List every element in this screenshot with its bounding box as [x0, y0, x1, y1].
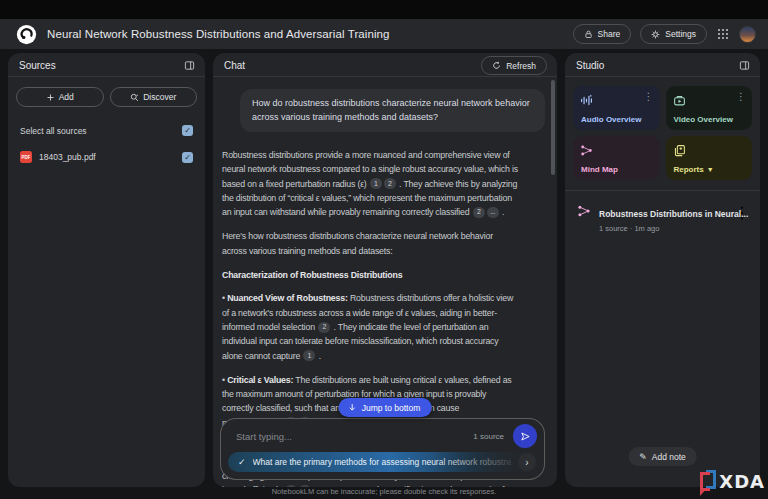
audio-card-menu-button[interactable]: ⋮	[644, 91, 654, 102]
user-question-bubble: How do robustness distributions characte…	[240, 89, 545, 132]
answer-paragraph: Robustness distributions provide a more …	[222, 148, 518, 219]
suggested-question-text: What are the primary methods for assessi…	[253, 457, 511, 467]
arrow-down-icon	[348, 403, 357, 412]
studio-item-menu-button[interactable]: ⋮	[734, 203, 750, 222]
answer-heading: Characterization of Robustness Distribut…	[222, 268, 518, 282]
app-header: Neural Network Robustness Distributions …	[0, 19, 768, 49]
sources-title: Sources	[19, 60, 56, 71]
select-all-sources-row: Select all sources ✓	[20, 125, 193, 136]
citation-chip[interactable]: 2	[384, 178, 396, 189]
sources-actions: Add Discover	[16, 87, 197, 107]
studio-card-grid: ⋮ Audio Overview ⋮ Video Overview Mind M…	[573, 86, 752, 180]
studio-item-title: Robustness Distributions in Neural...	[599, 209, 748, 219]
discover-label: Discover	[143, 92, 176, 102]
apps-grid-button[interactable]	[716, 27, 730, 41]
plus-icon	[46, 93, 55, 102]
studio-item-text: Robustness Distributions in Neural... 1 …	[599, 203, 734, 233]
chat-input-container: Start typing... 1 source ✓ What are the …	[220, 418, 545, 480]
answer-paragraph: Here's how robustness distributions char…	[222, 229, 518, 258]
studio-item-meta: 1 source · 1m ago	[599, 224, 734, 233]
reports-icon	[673, 144, 686, 157]
discover-sources-button[interactable]: Discover	[110, 87, 198, 107]
refresh-chat-button[interactable]: Refresh	[481, 56, 547, 75]
answer-bullet: • Nuanced View of Robustness: Robustness…	[222, 291, 518, 362]
suggested-question-chip[interactable]: ✓ What are the primary methods for asses…	[228, 452, 537, 472]
send-icon	[520, 431, 531, 442]
add-note-button[interactable]: ✎ Add note	[628, 447, 697, 466]
answer-bold-text: Critical ε Values:	[227, 375, 293, 385]
chat-panel: Chat Refresh How do robustness distribut…	[213, 53, 557, 487]
settings-label: Settings	[665, 29, 696, 39]
citation-chip[interactable]: 1	[303, 350, 315, 361]
source-file-name: 18403_pub.pdf	[39, 152, 96, 162]
answer-bold-text: Nuanced View of Robustness:	[227, 293, 348, 303]
mind-map-icon	[580, 144, 593, 157]
share-button[interactable]: Share	[573, 24, 632, 44]
panel-toggle-icon	[184, 60, 195, 71]
video-overview-card[interactable]: ⋮ Video Overview	[666, 86, 753, 130]
citation-chip[interactable]: ...	[487, 207, 499, 218]
mind-map-label: Mind Map	[581, 165, 618, 174]
header-actions: Share Settings	[573, 24, 756, 44]
chevron-down-icon: ▼	[707, 166, 714, 173]
lock-icon	[584, 30, 593, 39]
studio-artifact-item[interactable]: Robustness Distributions in Neural... 1 …	[565, 191, 760, 233]
xda-watermark: XDA	[700, 470, 765, 493]
citation-chip[interactable]: 1	[370, 178, 382, 189]
chat-input[interactable]: Start typing...	[236, 431, 473, 442]
source-count-label: 1 source	[473, 432, 504, 441]
collapse-sources-panel-button[interactable]	[184, 60, 195, 71]
add-note-label: Add note	[652, 452, 686, 462]
audio-overview-label: Audio Overview	[581, 115, 641, 124]
refresh-icon	[492, 61, 501, 70]
chat-title: Chat	[224, 60, 245, 71]
chat-panel-header: Chat Refresh	[213, 53, 557, 77]
xda-watermark-text: XDA	[719, 471, 765, 492]
add-source-label: Add	[59, 92, 74, 102]
citation-chip[interactable]: 2	[473, 207, 485, 218]
mind-map-icon	[577, 204, 591, 218]
studio-panel: Studio ⋮ Audio Overview ⋮ Video Ov	[565, 53, 760, 487]
share-label: Share	[598, 29, 621, 39]
audio-waveform-icon	[580, 94, 593, 107]
chat-scrollbar[interactable]	[551, 80, 555, 175]
source-list-item[interactable]: PDF 18403_pub.pdf ✓	[20, 151, 193, 163]
notebooklm-logo-icon	[16, 24, 37, 45]
video-icon	[673, 94, 686, 107]
reports-label: Reports▼	[674, 165, 714, 174]
reports-label-text: Reports	[674, 165, 704, 174]
source-checkbox[interactable]: ✓	[182, 152, 193, 163]
jump-to-bottom-label: Jump to bottom	[362, 403, 421, 413]
page-title: Neural Network Robustness Distributions …	[47, 28, 390, 40]
chat-input-row: Start typing... 1 source	[228, 423, 537, 449]
citation-chip[interactable]: 2	[318, 322, 330, 333]
jump-to-bottom-button[interactable]: Jump to bottom	[339, 398, 432, 417]
reports-card[interactable]: Reports▼	[666, 136, 753, 180]
video-overview-label: Video Overview	[674, 115, 733, 124]
studio-title: Studio	[576, 60, 604, 71]
settings-button[interactable]: Settings	[640, 24, 707, 44]
audio-overview-card[interactable]: ⋮ Audio Overview	[573, 86, 660, 130]
gear-icon	[651, 30, 660, 39]
check-icon: ✓	[238, 457, 246, 467]
panel-toggle-icon	[739, 60, 750, 71]
add-source-button[interactable]: Add	[16, 87, 104, 107]
studio-panel-header: Studio	[565, 53, 760, 77]
collapse-studio-panel-button[interactable]	[739, 60, 750, 71]
pdf-file-icon: PDF	[20, 151, 32, 163]
user-avatar[interactable]	[739, 26, 756, 43]
send-button[interactable]	[513, 424, 537, 448]
sources-panel: Sources Add Discover Select all sources	[8, 53, 205, 487]
pencil-icon: ✎	[639, 452, 647, 462]
select-all-checkbox[interactable]: ✓	[182, 125, 193, 136]
window-top-strip	[0, 0, 768, 19]
refresh-label: Refresh	[506, 61, 536, 71]
apps-grid-icon	[716, 27, 730, 41]
xda-bracket-left-icon	[700, 472, 710, 491]
mind-map-card[interactable]: Mind Map	[573, 136, 660, 180]
chevron-right-icon[interactable]: ›	[518, 453, 536, 471]
sources-panel-header: Sources	[8, 53, 205, 77]
video-card-menu-button[interactable]: ⋮	[736, 91, 746, 102]
search-sparkle-icon	[130, 93, 139, 102]
disclaimer-text: NotebookLM can be inaccurate; please dou…	[0, 487, 768, 496]
